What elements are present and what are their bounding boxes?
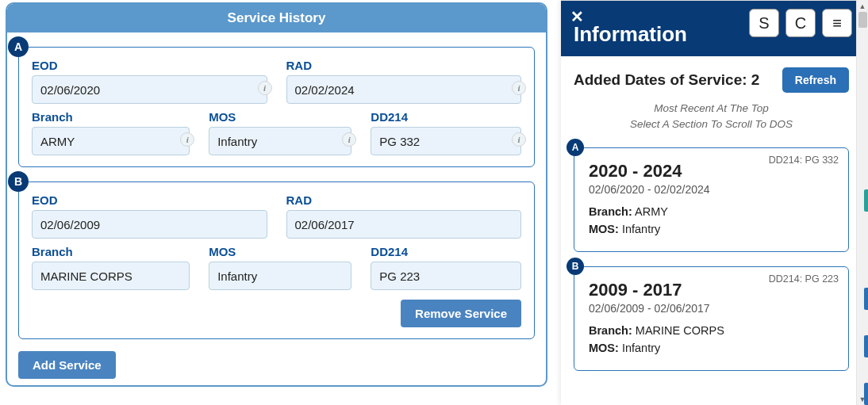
info-icon[interactable]: i xyxy=(342,132,356,147)
dos-badge: B xyxy=(567,258,584,275)
dos-card-b[interactable]: BDD214: PG 2232009 - 201702/06/2009 - 02… xyxy=(574,266,849,371)
accent-tab xyxy=(864,335,868,357)
service-history-card: Service History AEODiRADiBranchiMOSiDD21… xyxy=(6,2,547,387)
dd214-input[interactable] xyxy=(371,262,521,290)
dd214-label: DD214 xyxy=(371,245,521,258)
eod-input[interactable] xyxy=(32,75,267,104)
dos-branch: Branch: MARINE CORPS xyxy=(589,324,834,337)
eod-label: EOD xyxy=(32,59,267,72)
dd214-label: DD214 xyxy=(371,110,521,124)
service-section-a: AEODiRADiBranchiMOSiDD214i xyxy=(18,47,535,167)
dos-dates: 02/06/2020 - 02/02/2024 xyxy=(589,183,834,196)
branch-input[interactable] xyxy=(32,127,190,155)
panel-title: Service History xyxy=(7,4,546,32)
refresh-button[interactable]: Refresh xyxy=(782,67,849,93)
info-title: Information xyxy=(574,22,687,47)
summary-prefix: Added Dates of Service: xyxy=(574,71,751,88)
mos-label: MOS xyxy=(209,245,351,258)
branch-label: Branch xyxy=(32,245,190,258)
hint-line-1: Most Recent At The Top xyxy=(574,101,849,117)
section-badge: B xyxy=(8,171,29,192)
dos-mos: MOS: Infantry xyxy=(589,223,834,235)
dos-card-a[interactable]: ADD214: PG 3322020 - 202402/06/2020 - 02… xyxy=(574,147,849,252)
c-button[interactable]: C xyxy=(785,9,816,37)
scroll-up-icon[interactable]: ▲ xyxy=(857,0,868,12)
branch-label: Branch xyxy=(32,110,190,124)
mos-input[interactable] xyxy=(209,127,351,155)
eod-input[interactable] xyxy=(32,210,267,239)
summary-count: 2 xyxy=(751,71,760,88)
dd214-tag: DD214: PG 223 xyxy=(769,273,839,285)
info-icon[interactable]: i xyxy=(258,81,272,95)
branch-input[interactable] xyxy=(32,262,190,290)
dos-branch: Branch: ARMY xyxy=(589,205,834,218)
rad-label: RAD xyxy=(286,193,522,207)
info-icon[interactable]: i xyxy=(180,132,194,147)
service-section-b: BEODRADBranchMOSDD214Remove Service xyxy=(18,181,535,339)
accent-tab xyxy=(864,288,868,310)
info-header: ✕ Information S C ≡ xyxy=(561,1,862,56)
dos-badge: A xyxy=(567,139,584,156)
mos-input[interactable] xyxy=(209,262,351,290)
close-icon[interactable]: ✕ xyxy=(570,9,584,25)
accent-tab xyxy=(864,383,868,405)
mos-label: MOS xyxy=(209,110,351,124)
dd214-tag: DD214: PG 332 xyxy=(769,155,839,166)
rad-label: RAD xyxy=(286,59,522,72)
summary-label: Added Dates of Service: 2 xyxy=(574,71,759,89)
info-icon[interactable]: i xyxy=(512,81,526,95)
rad-input[interactable] xyxy=(286,210,522,239)
dos-dates: 02/06/2009 - 02/06/2017 xyxy=(589,302,834,315)
rad-input[interactable] xyxy=(286,75,522,104)
eod-label: EOD xyxy=(32,193,267,207)
info-icon[interactable]: i xyxy=(512,132,526,147)
add-service-button[interactable]: Add Service xyxy=(18,351,116,379)
scroll-thumb[interactable] xyxy=(858,12,867,28)
s-button[interactable]: S xyxy=(749,9,779,37)
accent-tab xyxy=(864,189,868,212)
remove-service-button[interactable]: Remove Service xyxy=(401,300,521,327)
dos-mos: MOS: Infantry xyxy=(589,342,834,354)
information-panel: ✕ Information S C ≡ Added Dates of Servi… xyxy=(561,0,862,405)
menu-button[interactable]: ≡ xyxy=(822,9,852,37)
dd214-input[interactable] xyxy=(371,127,521,155)
hint-line-2: Select A Section To Scroll To DOS xyxy=(574,117,849,132)
service-history-panel: Service History AEODiRADiBranchiMOSiDD21… xyxy=(0,0,553,405)
section-badge: A xyxy=(8,36,29,57)
